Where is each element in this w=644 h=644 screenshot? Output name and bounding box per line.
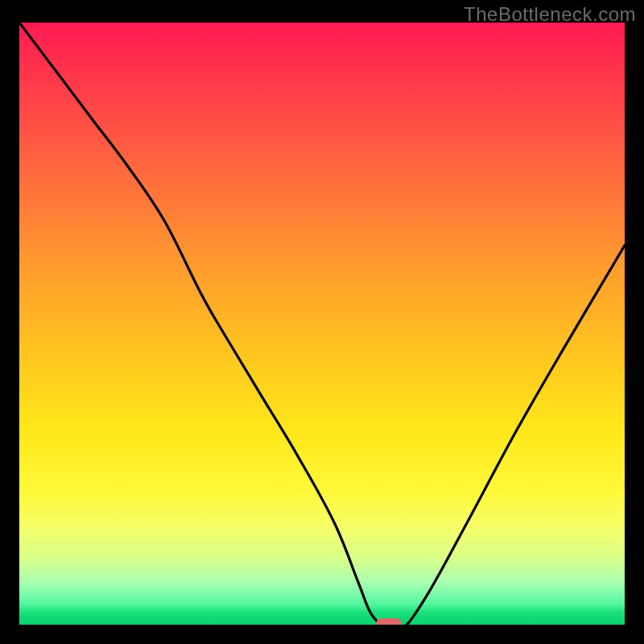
plot-area (19, 23, 625, 625)
chart-frame: TheBottleneck.com (0, 0, 644, 644)
optimal-point-marker (376, 618, 402, 625)
bottleneck-curve (19, 23, 625, 625)
watermark-label: TheBottleneck.com (464, 3, 636, 26)
